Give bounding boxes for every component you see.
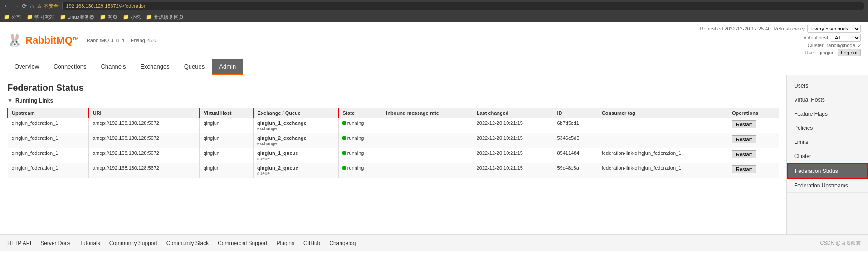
bookmark-novel[interactable]: 📁 小说	[123, 14, 141, 20]
bookmark-company[interactable]: 📁 公司	[4, 14, 21, 20]
back-button[interactable]: ←	[4, 2, 10, 10]
cell-state: running	[338, 163, 382, 178]
nav-channels[interactable]: Channels	[93, 59, 133, 75]
footer-http-api[interactable]: HTTP API	[7, 240, 31, 246]
cell-consumer-tag: federation-link-qingjun_federation_1	[598, 148, 728, 163]
sidebar-item-feature-flags[interactable]: Feature Flags	[787, 107, 868, 121]
eq-name: qingjun_1_queue	[257, 150, 298, 156]
cell-state: running	[338, 133, 382, 148]
cell-id: 59c48e8a	[553, 163, 598, 178]
cell-inbound-rate	[382, 118, 473, 133]
eq-name: qingjun_2_exchange	[257, 135, 307, 141]
nav-admin[interactable]: Admin	[212, 59, 243, 75]
restart-button[interactable]: Restart	[732, 120, 756, 128]
cell-inbound-rate	[382, 133, 473, 148]
nav-exchanges[interactable]: Exchanges	[133, 59, 176, 75]
cell-vhost: qingjun	[200, 118, 254, 133]
footer-community-support[interactable]: Community Support	[109, 240, 157, 246]
th-consumer-tag: Consumer tag	[598, 108, 728, 118]
refresh-row: Refreshed 2022-12-20 17:25:40 Refresh ev…	[700, 25, 861, 33]
footer-credit: CSDN @百慕倾君	[820, 240, 861, 246]
cell-inbound-rate	[382, 163, 473, 178]
cell-state: running	[338, 118, 382, 133]
restart-button[interactable]: Restart	[732, 150, 756, 158]
th-upstream: Upstream	[8, 108, 89, 118]
cell-inbound-rate	[382, 148, 473, 163]
nav-connections[interactable]: Connections	[46, 59, 93, 75]
bookmark-linux[interactable]: 📁 Linux服务器	[60, 14, 94, 20]
footer-plugins[interactable]: Plugins	[277, 240, 294, 246]
browser-chrome: ← → ⟳ ⌂ ⚠ 不安全 192.168.130.129:15672/#/fe…	[0, 0, 868, 12]
folder-icon: 📁	[60, 14, 66, 20]
cell-vhost: qingjun	[200, 133, 254, 148]
refresh-label: Refresh every	[774, 26, 805, 31]
table-row: qingjun_federation_1 amqp://192.168.130.…	[8, 118, 779, 133]
cell-uri: amqp://192.168.130.128:5672	[89, 133, 200, 148]
main-nav: Overview Connections Channels Exchanges …	[0, 59, 868, 75]
footer-tutorials[interactable]: Tutorials	[79, 240, 100, 246]
th-uri: URI	[89, 108, 200, 118]
refresh-select[interactable]: Every 5 seconds Every 10 seconds Every 3…	[807, 25, 861, 33]
footer-commercial-support[interactable]: Commercial Support	[218, 240, 267, 246]
eq-type: queue	[257, 171, 270, 176]
cell-id: 6b7d5cd1	[553, 118, 598, 133]
collapse-arrow[interactable]: ▼	[7, 98, 13, 104]
bookmarks-bar: 📁 公司 📁 学习网站 📁 Linux服务器 📁 网页 📁 小说 📁 开源服务网…	[0, 12, 868, 22]
state-indicator: running	[342, 150, 364, 156]
state-dot	[342, 151, 346, 155]
cell-operations: Restart	[728, 148, 779, 163]
cell-exchange-queue: qingjun_1_queue queue	[254, 148, 339, 163]
sidebar-item-federation-status[interactable]: Federation Status	[787, 163, 868, 179]
eq-name: qingjun_2_queue	[257, 165, 298, 171]
state-indicator: running	[342, 120, 364, 126]
sidebar-item-cluster[interactable]: Cluster	[787, 149, 868, 163]
cell-id: 85411484	[553, 148, 598, 163]
table-row: qingjun_federation_1 amqp://192.168.130.…	[8, 163, 779, 178]
sidebar-item-users[interactable]: Users	[787, 79, 868, 93]
restart-button[interactable]: Restart	[732, 165, 756, 173]
sidebar-item-virtual-hosts[interactable]: Virtual Hosts	[787, 93, 868, 107]
footer-github[interactable]: GitHub	[303, 240, 320, 246]
state-dot	[342, 121, 346, 125]
cell-operations: Restart	[728, 163, 779, 178]
reload-button[interactable]: ⟳	[22, 2, 27, 10]
admin-sidebar: Users Virtual Hosts Feature Flags Polici…	[786, 75, 868, 234]
app-header: 🐰 RabbitMQTM RabbitMQ 3.11.4 Erlang 25.0…	[0, 22, 868, 59]
nav-queues[interactable]: Queues	[177, 59, 212, 75]
sidebar-item-federation-upstreams[interactable]: Federation Upstreams	[787, 179, 868, 193]
vhost-select[interactable]: All / qingjun	[831, 34, 861, 42]
federation-table: Upstream URI Virtual Host Exchange / Que…	[7, 108, 779, 178]
cell-last-changed: 2022-12-20 10:21:15	[473, 133, 553, 148]
cell-operations: Restart	[728, 118, 779, 133]
nav-overview[interactable]: Overview	[7, 59, 46, 75]
cell-consumer-tag: federation-link-qingjun_federation_1	[598, 163, 728, 178]
th-vhost: Virtual Host	[200, 108, 254, 118]
footer-server-docs[interactable]: Server Docs	[40, 240, 70, 246]
sidebar-item-policies[interactable]: Policies	[787, 121, 868, 135]
folder-icon: 📁	[100, 14, 106, 20]
address-bar[interactable]: 192.168.130.129:15672/#/federation	[62, 2, 864, 10]
forward-button[interactable]: →	[13, 2, 19, 10]
security-warning: ⚠ 不安全	[37, 3, 58, 10]
eq-type: exchange	[257, 141, 277, 146]
cluster-value: rabbit@node_2	[827, 43, 861, 48]
bookmark-opensource[interactable]: 📁 开源服务网页	[146, 14, 184, 20]
home-button[interactable]: ⌂	[30, 2, 34, 10]
footer-changelog[interactable]: Changelog	[329, 240, 356, 246]
restart-button[interactable]: Restart	[732, 135, 756, 143]
footer-community-slack[interactable]: Community Slack	[166, 240, 209, 246]
page-title: Federation Status	[7, 83, 779, 93]
bookmark-learning[interactable]: 📁 学习网站	[27, 14, 54, 20]
logout-button[interactable]: Log out	[838, 49, 861, 56]
nav-controls[interactable]: ← → ⟳ ⌂	[4, 2, 34, 10]
bookmark-web[interactable]: 📁 网页	[100, 14, 117, 20]
table-header-row: Upstream URI Virtual Host Exchange / Que…	[8, 108, 779, 118]
cell-upstream: qingjun_federation_1	[8, 163, 89, 178]
user-value: qingjun	[819, 50, 834, 55]
th-operations: Operations	[728, 108, 779, 118]
sidebar-item-limits[interactable]: Limits	[787, 135, 868, 149]
cell-upstream: qingjun_federation_1	[8, 148, 89, 163]
cell-upstream: qingjun_federation_1	[8, 133, 89, 148]
folder-icon: 📁	[27, 14, 33, 20]
cell-uri: amqp://192.168.130.128:5672	[89, 118, 200, 133]
